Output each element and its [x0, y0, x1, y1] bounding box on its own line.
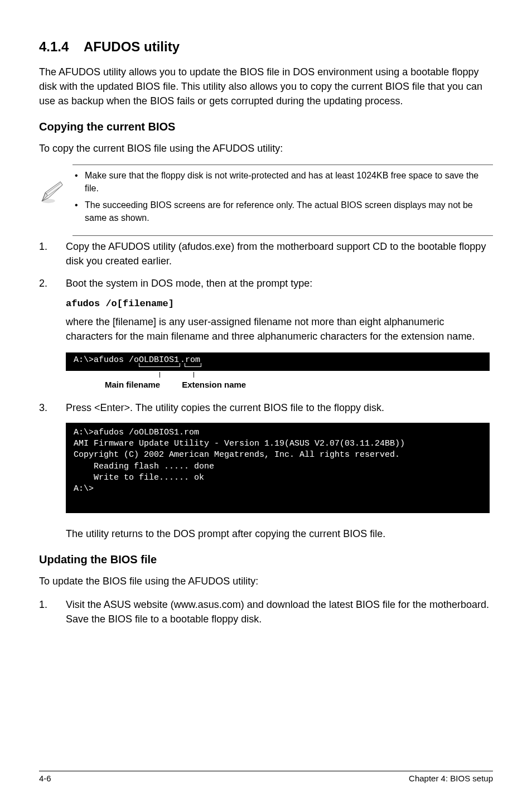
section-intro: The AFUDOS utility allows you to update … — [39, 65, 493, 108]
step-item: 1. Visit the ASUS website (www.asus.com)… — [39, 597, 493, 626]
step-item: 1. Copy the AFUDOS utility (afudos.exe) … — [39, 239, 493, 268]
terminal-text: A:\>afudos /oOLDBIOS1.rom — [74, 355, 201, 365]
section-number: 4.1.4 — [39, 39, 84, 55]
step-text: Visit the ASUS website (www.asus.com) an… — [66, 599, 489, 625]
note-item: The succeeding BIOS screens are for refe… — [72, 199, 493, 224]
terminal-output: A:\>afudos /oOLDBIOS1.rom — [66, 352, 490, 370]
note-box: Make sure that the floppy disk is not wr… — [39, 170, 493, 224]
divider — [72, 235, 493, 236]
step-number: 3. — [39, 400, 47, 415]
section-heading: 4.1.4AFUDOS utility — [39, 39, 493, 55]
step-number: 1. — [39, 597, 47, 612]
copying-intro: To copy the current BIOS file using the … — [39, 141, 493, 156]
pencil-note-icon — [39, 180, 65, 205]
section-title: AFUDOS utility — [84, 39, 180, 54]
step-number: 1. — [39, 239, 47, 254]
page-footer: 4-6 Chapter 4: BIOS setup — [39, 771, 493, 783]
command-explain: where the [filename] is any user-assigne… — [66, 315, 493, 344]
command-code: afudos /o[filename] — [66, 298, 493, 309]
step-item: 3. Press <Enter>. The utility copies the… — [39, 400, 493, 415]
main-filename-label: Main filename — [66, 380, 177, 389]
chapter-label: Chapter 4: BIOS setup — [409, 774, 493, 783]
filename-connectors — [66, 372, 493, 378]
extension-name-label: Extension name — [180, 380, 246, 389]
terminal-output: A:\>afudos /oOLDBIOS1.rom AMI Firmware U… — [66, 423, 490, 513]
updating-heading: Updating the BIOS file — [39, 553, 493, 566]
page-number: 4-6 — [39, 774, 51, 783]
step-item: 2. Boot the system in DOS mode, then at … — [39, 276, 493, 291]
divider — [72, 165, 493, 165]
step-text: Copy the AFUDOS utility (afudos.exe) fro… — [66, 241, 486, 267]
step-text: Boot the system in DOS mode, then at the… — [66, 278, 312, 289]
copying-heading: Copying the current BIOS — [39, 120, 493, 133]
updating-intro: To update the BIOS file using the AFUDOS… — [39, 574, 493, 588]
note-item: Make sure that the floppy disk is not wr… — [72, 170, 493, 195]
filename-labels: Main filename Extension name — [66, 380, 493, 389]
step-number: 2. — [39, 276, 47, 291]
after-terminal-text: The utility returns to the DOS prompt af… — [66, 526, 493, 541]
step-text: Press <Enter>. The utility copies the cu… — [66, 402, 384, 413]
